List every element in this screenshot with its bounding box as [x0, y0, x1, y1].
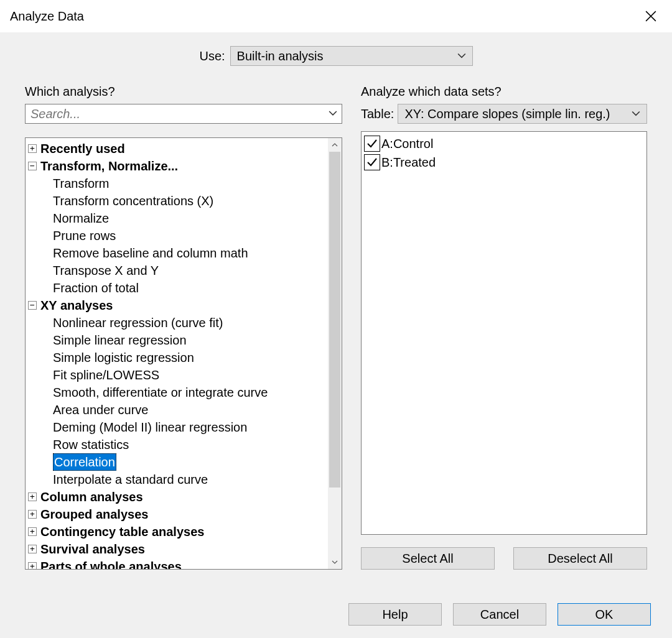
use-select[interactable]: Built-in analysis	[230, 46, 473, 66]
item-fraction-total[interactable]: Fraction of total	[28, 279, 325, 297]
footer-buttons: Help Cancel OK	[348, 603, 651, 626]
dataset-b-label: B:Treated	[381, 153, 436, 172]
item-interpolate-standard-curve[interactable]: Interpolate a standard curve	[28, 471, 325, 488]
collapse-icon[interactable]: −	[28, 162, 37, 170]
collapse-icon[interactable]: −	[28, 301, 37, 310]
analysis-tree: + Recently used − Transform, Normalize..…	[25, 137, 342, 570]
window-title: Analyze Data	[10, 9, 84, 24]
expand-icon[interactable]: +	[28, 562, 37, 570]
group-xy[interactable]: − XY analyses	[28, 297, 325, 314]
dataset-a-label: A:Control	[381, 134, 433, 153]
item-nonlinear-regression[interactable]: Nonlinear regression (curve fit)	[28, 314, 325, 331]
select-all-button[interactable]: Select All	[361, 547, 495, 570]
help-button[interactable]: Help	[348, 603, 442, 626]
item-remove-baseline[interactable]: Remove baseline and column math	[28, 244, 325, 262]
item-correlation[interactable]: Correlation	[28, 453, 325, 471]
item-normalize[interactable]: Normalize	[28, 210, 325, 227]
right-column: Analyze which data sets? Table: XY: Comp…	[361, 85, 647, 570]
expand-icon[interactable]: +	[28, 492, 37, 501]
scroll-track[interactable]	[328, 152, 342, 555]
checkbox-checked-icon[interactable]	[364, 154, 380, 170]
dataset-b[interactable]: B:Treated	[364, 153, 644, 172]
expand-icon[interactable]: +	[28, 545, 37, 553]
item-fit-spline-lowess[interactable]: Fit spline/LOWESS	[28, 366, 325, 384]
expand-icon[interactable]: +	[28, 144, 37, 153]
item-transpose[interactable]: Transpose X and Y	[28, 262, 325, 279]
item-simple-logistic-regression[interactable]: Simple logistic regression	[28, 349, 325, 366]
close-button[interactable]	[640, 5, 662, 27]
scrollbar[interactable]	[328, 138, 342, 569]
chevron-down-icon	[457, 49, 466, 63]
expand-icon[interactable]: +	[28, 510, 37, 519]
item-row-statistics[interactable]: Row statistics	[28, 436, 325, 453]
ok-button[interactable]: OK	[558, 603, 651, 626]
item-simple-linear-regression[interactable]: Simple linear regression	[28, 331, 325, 349]
dataset-a[interactable]: A:Control	[364, 134, 644, 153]
chevron-down-icon	[632, 107, 640, 121]
scroll-thumb[interactable]	[329, 152, 340, 488]
scroll-up-icon[interactable]	[328, 138, 342, 152]
item-transform[interactable]: Transform	[28, 175, 325, 192]
item-area-under-curve[interactable]: Area under curve	[28, 401, 325, 418]
which-analysis-heading: Which analysis?	[25, 85, 342, 99]
item-deming-regression[interactable]: Deming (Model II) linear regression	[28, 418, 325, 436]
checkbox-checked-icon[interactable]	[364, 136, 380, 152]
use-label: Use:	[199, 49, 225, 63]
dataset-list: A:Control B:Treated	[361, 131, 647, 535]
close-icon	[645, 11, 656, 22]
scroll-down-icon[interactable]	[328, 555, 342, 569]
analyze-which-heading: Analyze which data sets?	[361, 85, 647, 99]
left-column: Which analysis? + Recently used − Transf…	[25, 85, 342, 570]
table-value: XY: Compare slopes (simple lin. reg.)	[404, 107, 610, 121]
group-survival[interactable]: + Survival analyses	[28, 540, 325, 558]
item-transform-concentrations[interactable]: Transform concentrations (X)	[28, 192, 325, 210]
item-prune-rows[interactable]: Prune rows	[28, 227, 325, 244]
item-smooth-diff-integrate[interactable]: Smooth, differentiate or integrate curve	[28, 384, 325, 401]
table-label: Table:	[361, 107, 394, 121]
chevron-down-icon[interactable]	[329, 107, 337, 121]
use-value: Built-in analysis	[237, 49, 324, 63]
deselect-all-button[interactable]: Deselect All	[513, 547, 647, 570]
group-grouped[interactable]: + Grouped analyses	[28, 506, 325, 523]
cancel-button[interactable]: Cancel	[453, 603, 546, 626]
group-recently-used[interactable]: + Recently used	[28, 140, 325, 157]
group-contingency[interactable]: + Contingency table analyses	[28, 523, 325, 540]
titlebar: Analyze Data	[0, 0, 672, 32]
group-transform[interactable]: − Transform, Normalize...	[28, 157, 325, 175]
table-select[interactable]: XY: Compare slopes (simple lin. reg.)	[398, 104, 647, 124]
use-row: Use: Built-in analysis	[25, 46, 647, 66]
group-column[interactable]: + Column analyses	[28, 488, 325, 506]
search-input[interactable]	[25, 104, 342, 124]
dialog-body: Use: Built-in analysis Which analysis? +	[0, 32, 672, 638]
expand-icon[interactable]: +	[28, 527, 37, 536]
group-parts-of-whole[interactable]: + Parts of whole analyses	[28, 558, 325, 570]
